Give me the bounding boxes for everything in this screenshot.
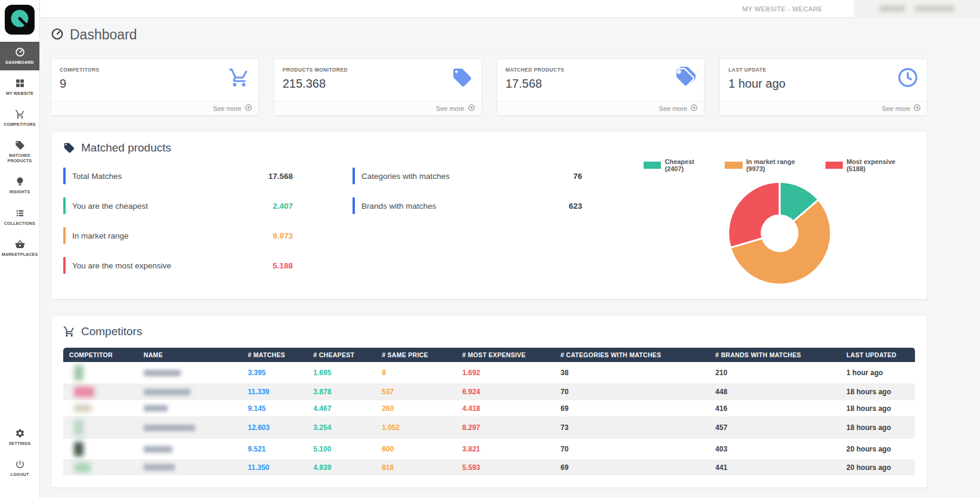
competitor-name-link[interactable] — [144, 446, 172, 453]
sidebar-item-competitors[interactable]: COMPETITORS — [0, 104, 39, 132]
stat-card-value: 1 hour ago — [728, 77, 786, 91]
competitor-logo — [74, 442, 84, 456]
stat-card-value: 215.368 — [283, 77, 348, 91]
cell — [138, 416, 242, 439]
competitor-name-link[interactable] — [144, 405, 168, 412]
stat-card-last-update: LAST UPDATE1 hour agoSee more — [719, 58, 928, 116]
redacted-account — [915, 5, 954, 12]
stat-value: 623 — [568, 202, 582, 211]
stat-label: You are the most expensive — [72, 261, 171, 270]
sidebar-item-label: INSIGHTS — [10, 189, 30, 194]
competitor-name-link[interactable] — [144, 389, 190, 395]
arrow-circle-icon — [690, 104, 698, 113]
competitor-logo — [74, 386, 94, 397]
table-row: 12.6033.2541.0528.2977345718 hours ago — [63, 416, 915, 439]
sidebar-item-logout[interactable]: LOGOUT — [0, 454, 39, 482]
sidebar: DASHBOARDMY WEBSITECOMPETITORSMATCHED PR… — [0, 0, 40, 498]
stat-label: Brands with matches — [361, 202, 436, 211]
sidebar-item-matched-products[interactable]: MATCHED PRODUCTS — [0, 135, 39, 169]
see-more-link[interactable]: See more — [51, 101, 258, 115]
legend-swatch — [644, 162, 661, 169]
cell-matches: 3.395 — [242, 362, 307, 383]
clock-icon — [897, 67, 919, 91]
cell-same-price: 600 — [376, 439, 456, 459]
cell-cheapest: 3.878 — [307, 383, 376, 400]
sidebar-item-collections[interactable]: COLLECTIONS — [0, 203, 39, 231]
matched-products-header: Matched products — [63, 141, 915, 154]
legend-item-in-market-range[interactable]: In market range (9973) — [725, 158, 814, 172]
stat-cards-row: COMPETITORS9See morePRODUCTS MONITORED21… — [51, 58, 928, 116]
basket-icon — [15, 239, 25, 249]
stat-label: You are the cheapest — [72, 202, 148, 211]
app-logo[interactable] — [5, 5, 35, 35]
cell-categories-with-matches: 70 — [555, 383, 710, 400]
sidebar-item-label: MATCHED PRODUCTS — [1, 153, 39, 163]
column-header-competitor: COMPETITOR — [63, 348, 138, 362]
matched-stats-left: Total Matches17.568You are the cheapest2… — [63, 154, 293, 287]
cell-matches: 9.521 — [242, 439, 307, 459]
cell — [63, 383, 138, 400]
cell-most-expensive: 4.418 — [456, 400, 555, 416]
stat-value: 17.568 — [268, 172, 293, 181]
donut-slice-most-expensive[interactable] — [728, 182, 780, 248]
account-panel[interactable] — [854, 0, 980, 18]
table-row: 3.3951.69581.692382101 hour ago — [63, 362, 915, 383]
stat-color-bar — [63, 197, 66, 214]
competitors-table: COMPETITORNAME# MATCHES# CHEAPEST# SAME … — [63, 348, 915, 475]
cell — [138, 439, 242, 459]
cell — [63, 416, 138, 439]
column-header-matches: # MATCHES — [242, 348, 307, 362]
page-title: Dashboard — [70, 27, 137, 43]
sidebar-item-settings[interactable]: SETTINGS — [0, 423, 39, 451]
stat-card-products-monitored: PRODUCTS MONITORED215.368See more — [274, 58, 482, 116]
competitor-logo — [74, 419, 84, 436]
legend-swatch — [826, 162, 843, 169]
sidebar-nav: DASHBOARDMY WEBSITECOMPETITORSMATCHED PR… — [0, 42, 39, 265]
cell-categories-with-matches: 73 — [555, 416, 710, 439]
cell-categories-with-matches: 69 — [555, 459, 710, 475]
stat-label: In market range — [72, 231, 129, 240]
stat-color-bar — [63, 168, 66, 184]
cell-matches: 12.603 — [242, 416, 307, 439]
see-more-link[interactable]: See more — [497, 101, 704, 115]
see-more-link[interactable]: See more — [274, 101, 481, 115]
sidebar-item-label: SETTINGS — [9, 441, 31, 446]
grid-icon — [15, 78, 25, 88]
cell-same-price: 818 — [376, 459, 456, 475]
legend-item-most-expensive[interactable]: Most expensive (5188) — [826, 158, 915, 172]
arrow-circle-icon — [468, 104, 475, 113]
see-more-label: See more — [436, 105, 465, 112]
cell-brands-with-matches: 403 — [709, 439, 840, 459]
stat-value: 2.407 — [273, 202, 293, 211]
sidebar-item-my-website[interactable]: MY WEBSITE — [0, 73, 39, 101]
sidebar-item-label: MY WEBSITE — [6, 91, 33, 96]
cell-last-updated: 18 hours ago — [840, 383, 915, 400]
cell — [63, 400, 138, 416]
stat-row-total-matches: Total Matches17.568 — [63, 168, 293, 184]
stat-row-categories-with-matches: Categories with matches76 — [353, 168, 582, 184]
competitor-name-link[interactable] — [144, 464, 175, 471]
column-header-cheapest: # CHEAPEST — [307, 348, 376, 362]
legend-item-cheapest[interactable]: Cheapest (2407) — [644, 158, 714, 172]
matched-stats-right: Categories with matches76Brands with mat… — [353, 154, 582, 287]
competitor-name-link[interactable] — [144, 370, 181, 376]
sidebar-item-label: COLLECTIONS — [4, 221, 35, 226]
topbar: MY WEBSITE - WECARE — [40, 0, 980, 18]
see-more-link[interactable]: See more — [720, 101, 927, 115]
cell-most-expensive: 3.821 — [456, 439, 555, 459]
cart-icon — [63, 326, 75, 338]
stat-row-in-market-range: In market range9.973 — [63, 227, 293, 244]
sidebar-item-marketplaces[interactable]: MARKETPLACES — [0, 234, 39, 262]
cell-most-expensive: 5.593 — [456, 459, 555, 475]
sidebar-item-dashboard[interactable]: DASHBOARD — [0, 42, 39, 70]
tag-icon — [63, 142, 75, 154]
competitor-name-link[interactable] — [144, 425, 195, 431]
cart-icon — [15, 109, 25, 119]
cell-matches: 9.145 — [242, 400, 307, 416]
cell-categories-with-matches: 70 — [555, 439, 710, 459]
stat-color-bar — [353, 197, 355, 214]
sidebar-item-insights[interactable]: INSIGHTS — [0, 171, 39, 200]
stat-card-label: PRODUCTS MONITORED — [283, 67, 348, 73]
stat-row-brands-with-matches: Brands with matches623 — [353, 197, 582, 214]
competitor-logo — [74, 463, 91, 472]
